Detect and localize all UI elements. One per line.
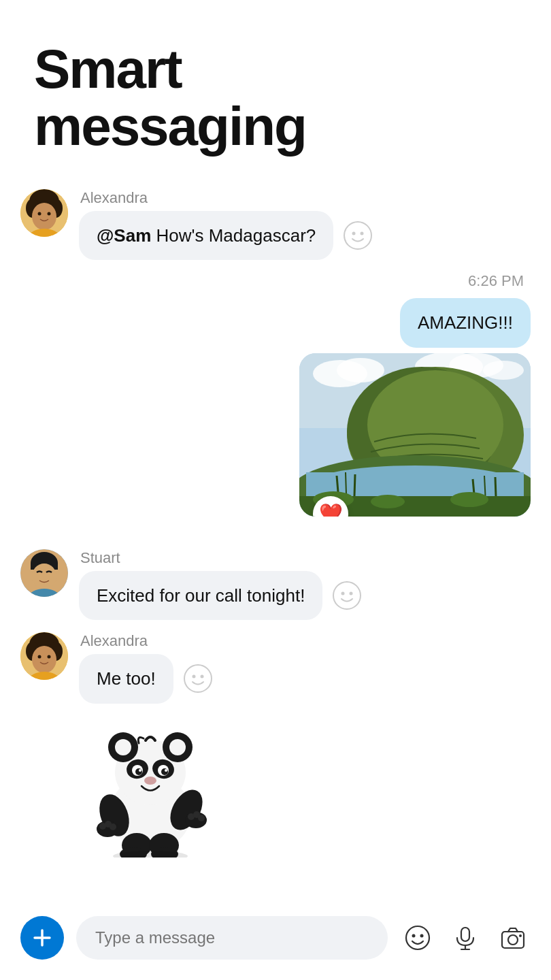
emoji-btn-3[interactable] [332, 581, 362, 610]
bottom-bar [0, 904, 551, 980]
svg-point-74 [110, 823, 116, 830]
message-row-1: Alexandra @Sam How's Madagascar? [20, 189, 531, 260]
svg-point-32 [371, 495, 405, 508]
panda-sticker-container [86, 715, 215, 860]
svg-point-64 [161, 768, 168, 775]
bubble-row-1: @Sam How's Madagascar? [79, 211, 373, 260]
bubble-text-2: AMAZING!!! [418, 312, 513, 333]
bubble-text-4: Me too! [97, 668, 156, 689]
message-content-1: Alexandra @Sam How's Madagascar? [79, 189, 373, 260]
svg-point-58 [169, 739, 186, 755]
emoji-button[interactable] [400, 920, 435, 956]
svg-point-17 [483, 361, 524, 380]
svg-point-5 [38, 212, 41, 216]
sender-name-4: Alexandra [80, 632, 215, 650]
page-title-section: Smart messaging [0, 0, 551, 182]
image-bubble: ❤️ [299, 353, 531, 517]
message-row-3: Stuart Excited for our call tonight! [20, 549, 531, 620]
svg-point-50 [184, 665, 212, 692]
bubble-row-4: Me too! [79, 654, 215, 703]
svg-point-14 [337, 358, 384, 382]
svg-point-77 [198, 815, 205, 821]
bubble-1: @Sam How's Madagascar? [79, 211, 333, 260]
mic-button[interactable] [448, 920, 483, 956]
message-content-3: Stuart Excited for our call tonight! [79, 549, 362, 620]
svg-point-33 [450, 492, 488, 507]
avatar-alexandra-1 [20, 189, 68, 237]
message-row-2: 6:26 PM AMAZING!!! [20, 272, 531, 516]
svg-point-48 [48, 655, 51, 659]
timestamp-1: 6:26 PM [468, 272, 531, 290]
svg-point-63 [135, 768, 142, 775]
svg-point-86 [412, 934, 416, 938]
svg-point-67 [144, 777, 156, 785]
svg-point-9 [352, 232, 356, 235]
svg-point-52 [200, 675, 203, 679]
emoji-btn-1[interactable] [343, 220, 373, 250]
svg-point-6 [48, 212, 51, 216]
message-input[interactable] [76, 916, 388, 960]
avatar-stuart [20, 549, 68, 597]
svg-point-51 [192, 675, 195, 679]
camera-button[interactable] [495, 920, 531, 956]
svg-point-37 [32, 564, 56, 589]
bubble-text-3: Excited for our call tonight! [97, 585, 305, 606]
svg-point-47 [38, 655, 41, 659]
svg-point-8 [344, 222, 371, 249]
svg-point-92 [508, 935, 518, 945]
right-messages: 6:26 PM AMAZING!!! [299, 272, 531, 516]
svg-point-46 [32, 646, 56, 673]
svg-point-41 [350, 591, 353, 595]
message-content-4: Alexandra Me too! [79, 632, 215, 860]
bubble-2: AMAZING!!! [400, 298, 531, 347]
sender-name-3: Stuart [80, 549, 362, 567]
svg-rect-91 [502, 932, 524, 948]
chat-area: Alexandra @Sam How's Madagascar? [0, 182, 551, 947]
svg-point-87 [420, 934, 424, 938]
page-title: Smart messaging [34, 41, 517, 155]
message-row-4: Alexandra Me too! [20, 632, 531, 860]
svg-point-10 [361, 232, 364, 235]
add-button[interactable] [20, 916, 64, 960]
mention-1: @Sam [97, 225, 151, 246]
svg-point-4 [32, 203, 56, 230]
bubble-3: Excited for our call tonight! [79, 571, 322, 620]
svg-rect-88 [461, 928, 469, 941]
sender-name-1: Alexandra [80, 189, 373, 207]
svg-point-85 [406, 926, 429, 949]
emoji-btn-4[interactable] [183, 664, 213, 693]
avatar-alexandra-2 [20, 632, 68, 680]
svg-point-65 [139, 769, 141, 772]
svg-point-39 [333, 582, 361, 609]
bubble-4: Me too! [79, 654, 173, 703]
svg-point-57 [115, 739, 131, 755]
bubble-text-1: How's Madagascar? [156, 225, 316, 246]
svg-point-66 [165, 769, 167, 772]
svg-point-40 [341, 591, 345, 595]
svg-point-93 [519, 934, 522, 937]
bubble-row-3: Excited for our call tonight! [79, 571, 362, 620]
